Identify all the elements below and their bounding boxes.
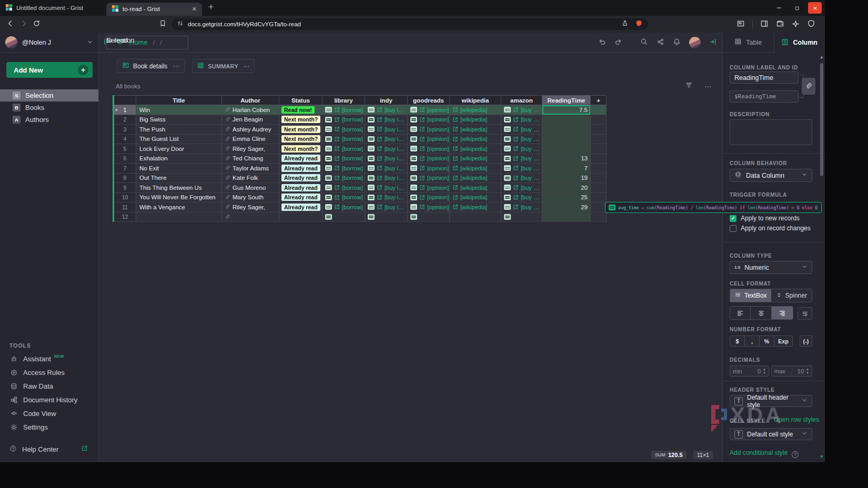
cell-indy[interactable]: [365, 212, 408, 222]
sort-filter-icon[interactable]: [685, 81, 693, 91]
external-link-icon[interactable]: [377, 175, 382, 181]
row-number[interactable]: 12: [114, 212, 136, 222]
cell-wikipedia[interactable]: [450, 212, 501, 222]
align-left-button[interactable]: [730, 307, 751, 319]
row-number[interactable]: ▸1: [114, 105, 136, 115]
cell-library[interactable]: [borrow]: [322, 144, 365, 154]
cell-goodreads[interactable]: [408, 212, 450, 222]
stepper-icon[interactable]: ▲▼: [763, 368, 766, 374]
external-link-icon[interactable]: [513, 146, 519, 151]
column-header-Status[interactable]: Status: [279, 95, 322, 105]
cell-amazon[interactable]: [501, 212, 542, 222]
external-link-icon[interactable]: [377, 156, 382, 161]
notifications-bell-icon[interactable]: [673, 38, 681, 47]
record-card-icon[interactable]: [325, 185, 332, 190]
cell-indy[interactable]: [buy in…: [365, 164, 408, 174]
forward-icon[interactable]: [20, 19, 28, 29]
external-link-icon[interactable]: [452, 126, 458, 132]
share-nodes-icon[interactable]: [657, 38, 664, 47]
external-link-icon[interactable]: [334, 165, 340, 171]
column-id-input[interactable]: $ReadingTime: [730, 90, 799, 103]
apply-new-records-checkbox[interactable]: ✓ Apply to new records: [730, 215, 800, 222]
record-card-icon[interactable]: [368, 136, 375, 142]
browser-tab-1[interactable]: to-read - Grist✕: [106, 3, 202, 16]
cell-amazon[interactable]: [buy a…: [501, 174, 542, 184]
record-card-icon[interactable]: [368, 195, 375, 200]
cell-goodreads[interactable]: [opinion]: [408, 105, 450, 115]
external-link-icon[interactable]: [419, 146, 425, 151]
cell-indy[interactable]: [buy in…: [365, 115, 408, 125]
cell-indy[interactable]: [buy in…: [365, 183, 408, 193]
external-link-icon[interactable]: [334, 204, 340, 210]
external-link-icon[interactable]: [452, 195, 458, 200]
record-card-icon[interactable]: [410, 185, 417, 190]
new-tab-button[interactable]: [207, 3, 215, 13]
external-link-icon[interactable]: [334, 175, 340, 181]
column-header-amazon[interactable]: amazon: [501, 95, 542, 105]
row-number[interactable]: 4: [114, 135, 136, 145]
record-card-icon[interactable]: [325, 126, 332, 132]
cell-library[interactable]: [borrow]: [322, 193, 365, 203]
cell-indy[interactable]: [buy in…: [365, 202, 408, 212]
external-link-icon[interactable]: [452, 146, 458, 151]
external-link-icon[interactable]: [377, 165, 382, 171]
cell-readingtime[interactable]: [542, 125, 591, 135]
cell-title[interactable]: Exhalation: [136, 154, 222, 164]
external-link-icon[interactable]: [334, 117, 340, 123]
cell-readingtime[interactable]: 7: [542, 164, 591, 174]
record-card-icon[interactable]: [410, 146, 417, 151]
cell-status[interactable]: [279, 212, 322, 222]
row-number[interactable]: 8: [114, 174, 136, 184]
cell-author[interactable]: Ashley Audrey: [222, 125, 279, 135]
record-card-icon[interactable]: [325, 146, 332, 151]
record-card-icon[interactable]: [504, 165, 511, 171]
record-card-icon[interactable]: [368, 126, 375, 132]
negative-format-button[interactable]: (-): [800, 336, 812, 347]
column-header-indy[interactable]: indy: [365, 95, 408, 105]
cell-readingtime[interactable]: [542, 144, 591, 154]
record-card-icon[interactable]: [325, 117, 332, 123]
tool-item-settings[interactable]: Settings: [0, 420, 98, 434]
tab-column[interactable]: Column: [774, 33, 825, 53]
wrap-text-button[interactable]: [798, 307, 812, 320]
re ading-list-icon[interactable]: [736, 19, 745, 30]
cell-goodreads[interactable]: [opinion]: [408, 125, 450, 135]
record-card-icon[interactable]: [368, 117, 375, 123]
external-link-icon[interactable]: [513, 185, 519, 190]
cell-readingtime[interactable]: 25: [542, 193, 591, 203]
format-spinner-option[interactable]: Spinner: [771, 289, 812, 302]
cell-author[interactable]: Riley Sager,: [222, 144, 279, 154]
record-card-icon[interactable]: [504, 107, 511, 113]
wallet-icon[interactable]: [776, 19, 784, 30]
external-link-icon[interactable]: [513, 117, 519, 123]
cell-amazon[interactable]: [buy a…: [501, 202, 542, 212]
row-number[interactable]: 11: [114, 202, 136, 212]
cell-goodreads[interactable]: [opinion]: [408, 164, 450, 174]
cell-goodreads[interactable]: [opinion]: [408, 135, 450, 145]
cell-wikipedia[interactable]: [wikipedia]: [450, 135, 501, 145]
external-link-icon[interactable]: [377, 204, 382, 210]
cell-library[interactable]: [borrow]: [322, 174, 365, 184]
record-card-icon[interactable]: [368, 156, 375, 161]
align-center-button[interactable]: [751, 307, 771, 319]
external-link-icon[interactable]: [452, 175, 458, 181]
cell-goodreads[interactable]: [opinion]: [408, 174, 450, 184]
record-card-icon[interactable]: [325, 136, 332, 142]
cell-wikipedia[interactable]: [wikipedia]: [450, 193, 501, 203]
stepper-icon[interactable]: ▲▼: [806, 368, 809, 374]
cell-amazon[interactable]: [buy a…: [501, 154, 542, 164]
cell-readingtime[interactable]: 7.5: [542, 105, 591, 115]
cell-library[interactable]: [borrow]: [322, 135, 365, 145]
record-card-icon[interactable]: [504, 185, 511, 190]
cell-wikipedia[interactable]: [wikipedia]: [450, 115, 501, 125]
add-column-header[interactable]: +: [591, 95, 607, 105]
record-card-icon[interactable]: [368, 175, 375, 181]
cell-wikipedia[interactable]: [wikipedia]: [450, 105, 501, 115]
number-format-[interactable]: ,: [745, 336, 760, 346]
external-link-icon[interactable]: [377, 136, 382, 142]
tool-item-raw-data[interactable]: Raw Data: [0, 379, 98, 393]
record-card-icon[interactable]: [410, 117, 417, 123]
cell-status[interactable]: Next month?: [279, 144, 322, 154]
cell-indy[interactable]: [buy in…: [365, 144, 408, 154]
cell-amazon[interactable]: [buy a…: [501, 144, 542, 154]
